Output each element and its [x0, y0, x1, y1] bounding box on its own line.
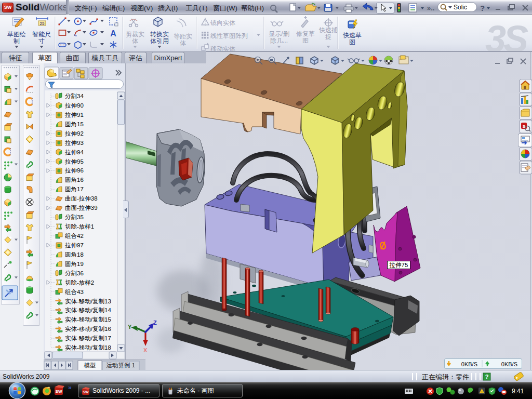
- svg-text:图: 图: [302, 37, 309, 44]
- svg-text:0KB/S: 0KB/S: [501, 361, 517, 367]
- svg-text:切除-放样1: 切除-放样1: [65, 223, 94, 230]
- svg-text:切除-放样2: 切除-放样2: [65, 280, 94, 286]
- svg-text:等距实: 等距实: [174, 33, 192, 40]
- svg-text:线性草图阵列: 线性草图阵列: [210, 32, 248, 39]
- svg-text:拉伸95: 拉伸95: [64, 158, 84, 165]
- svg-text:显示/删: 显示/删: [269, 30, 289, 37]
- svg-text:拉伸90: 拉伸90: [64, 102, 84, 109]
- svg-text:运动算例 1: 运动算例 1: [106, 362, 135, 368]
- svg-text:寸: 寸: [38, 37, 45, 45]
- svg-text:转换实: 转换实: [150, 31, 169, 38]
- svg-text:拉伸91: 拉伸91: [64, 112, 84, 118]
- svg-text:?: ?: [485, 374, 489, 380]
- svg-text:拉伸96: 拉伸96: [64, 167, 84, 174]
- svg-text:圆角15: 圆角15: [65, 121, 84, 127]
- svg-text:修复草: 修复草: [296, 30, 315, 37]
- svg-text:组合43: 组合43: [65, 289, 84, 295]
- svg-text:SW: SW: [56, 389, 62, 394]
- svg-text:SW: SW: [83, 390, 89, 394]
- svg-text:实体-移动/复制13: 实体-移动/复制13: [65, 298, 111, 304]
- svg-text:制: 制: [14, 37, 20, 45]
- svg-text:拉伸94: 拉伸94: [64, 149, 84, 155]
- svg-text:实体-移动/复制18: 实体-移动/复制18: [65, 344, 111, 351]
- svg-text:Y: Y: [128, 324, 132, 330]
- svg-text:0KB/S: 0KB/S: [461, 361, 477, 367]
- svg-text:分割34: 分割34: [65, 93, 84, 99]
- svg-text:A: A: [110, 29, 116, 38]
- svg-text:模型: 模型: [84, 362, 96, 368]
- svg-text:体: 体: [180, 39, 186, 47]
- svg-text:圆角17: 圆角17: [65, 186, 84, 192]
- svg-text:9:41: 9:41: [512, 388, 524, 395]
- svg-text:智能尺: 智能尺: [32, 31, 51, 38]
- svg-text:组合42: 组合42: [65, 233, 84, 239]
- svg-text:»..: »..: [427, 4, 434, 12]
- svg-text:X: X: [143, 347, 148, 353]
- svg-text:圆角18: 圆角18: [65, 251, 84, 258]
- svg-text:图: 图: [349, 38, 355, 46]
- svg-text:分割36: 分割36: [65, 270, 84, 276]
- svg-text:剪裁实: 剪裁实: [126, 31, 144, 38]
- svg-text:25: 25: [40, 21, 45, 26]
- svg-text:实体-移动/复制15: 实体-移动/复制15: [65, 316, 111, 323]
- svg-text:圆角19: 圆角19: [65, 261, 84, 267]
- svg-text:?: ?: [480, 4, 485, 12]
- svg-text:实体-移动/复制16: 实体-移动/复制16: [65, 326, 111, 332]
- svg-text:体引用: 体引用: [150, 37, 169, 45]
- svg-text:曲面-拉伸38: 曲面-拉伸38: [65, 195, 98, 202]
- svg-text:实体-移动/复制17: 实体-移动/复制17: [65, 335, 111, 341]
- svg-text:捉: 捉: [325, 33, 331, 41]
- svg-text:移动实体: 移动实体: [210, 45, 235, 51]
- svg-text:体: 体: [132, 37, 138, 45]
- svg-text:曲面-拉伸39: 曲面-拉伸39: [65, 205, 98, 211]
- svg-text:实体-移动/复制14: 实体-移动/复制14: [65, 307, 111, 313]
- svg-text:镜向实体: 镜向实体: [210, 19, 235, 26]
- svg-text:Z: Z: [153, 320, 157, 326]
- svg-text:分割35: 分割35: [65, 214, 84, 220]
- svg-text:圆角16: 圆角16: [65, 177, 84, 183]
- svg-text:除几...: 除几...: [270, 37, 288, 44]
- svg-text:»: »: [68, 384, 72, 391]
- svg-text:拉伸97: 拉伸97: [64, 242, 84, 248]
- svg-text:拉伸92: 拉伸92: [64, 130, 84, 137]
- svg-text:草图绘: 草图绘: [7, 31, 26, 38]
- svg-text:正在编辑：零件: 正在编辑：零件: [422, 373, 469, 381]
- svg-text:快速草: 快速草: [342, 32, 362, 39]
- svg-text:快速捕: 快速捕: [318, 26, 338, 34]
- svg-text:拉伸93: 拉伸93: [64, 140, 84, 146]
